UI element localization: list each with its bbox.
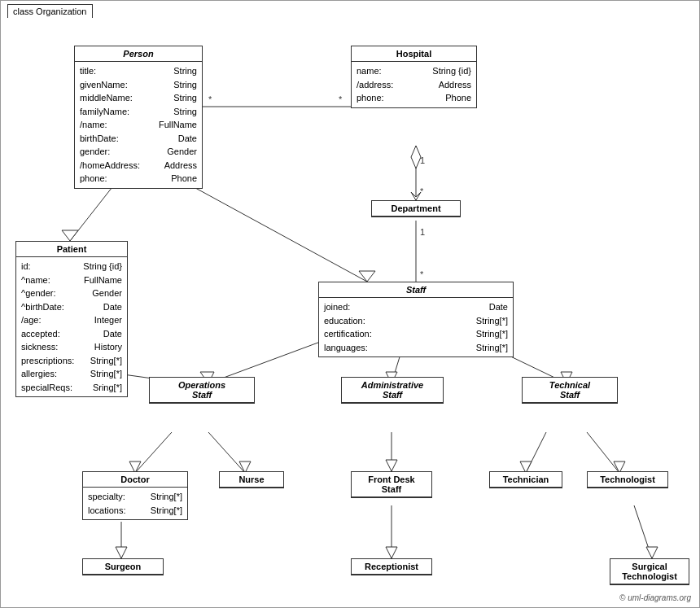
operations-staff-title: OperationsStaff	[150, 378, 254, 403]
operations-staff-class: OperationsStaff	[149, 377, 255, 404]
svg-text:*: *	[420, 269, 424, 279]
svg-marker-39	[646, 547, 658, 558]
department-title: Department	[372, 201, 460, 217]
svg-line-26	[208, 432, 245, 473]
administrative-staff-title: AdministrativeStaff	[342, 378, 443, 403]
technician-class: Technician	[489, 471, 562, 488]
svg-marker-35	[116, 547, 127, 558]
svg-text:1: 1	[420, 227, 425, 237]
staff-class: Staff joined:Date education:String[*] ce…	[318, 282, 514, 357]
staff-title: Staff	[319, 282, 513, 298]
technical-staff-class: TechnicalStaff	[522, 377, 618, 404]
svg-marker-29	[386, 460, 397, 471]
surgical-technologist-class: SurgicalTechnologist	[610, 558, 689, 585]
front-desk-staff-class: Front DeskStaff	[351, 471, 432, 498]
technologist-title: Technologist	[588, 472, 667, 488]
nurse-title: Nurse	[220, 472, 283, 488]
svg-line-24	[135, 432, 172, 473]
technologist-class: Technologist	[587, 471, 668, 488]
receptionist-title: Receptionist	[352, 559, 431, 575]
technical-staff-title: TechnicalStaff	[523, 378, 617, 403]
svg-marker-4	[411, 146, 421, 168]
doctor-title: Doctor	[83, 472, 187, 488]
technician-title: Technician	[490, 472, 562, 488]
svg-text:*: *	[339, 94, 343, 104]
staff-attrs: joined:Date education:String[*] certific…	[319, 298, 513, 356]
hospital-attrs: name:String {id} /address:Address phone:…	[352, 62, 476, 107]
doctor-attrs: specialty:String[*] locations:String[*]	[83, 488, 187, 519]
diagram-label: class Organization	[7, 4, 93, 18]
surgical-technologist-title: SurgicalTechnologist	[610, 559, 689, 584]
patient-title: Patient	[16, 242, 127, 257]
patient-attrs: id:String {id} ^name:FullName ^gender:Ge…	[16, 257, 127, 396]
person-class: Person title:String givenName:String mid…	[74, 46, 203, 189]
person-title: Person	[75, 46, 202, 62]
administrative-staff-class: AdministrativeStaff	[341, 377, 444, 404]
nurse-class: Nurse	[219, 471, 284, 488]
copyright: © uml-diagrams.org	[619, 593, 691, 602]
department-class: Department	[371, 200, 461, 217]
svg-line-30	[526, 432, 546, 473]
svg-marker-5	[411, 192, 421, 200]
hospital-title: Hospital	[352, 46, 476, 62]
svg-line-11	[70, 184, 115, 241]
svg-marker-12	[62, 230, 78, 241]
surgeon-title: Surgeon	[83, 559, 163, 575]
patient-class: Patient id:String {id} ^name:FullName ^g…	[15, 241, 128, 397]
diagram-container: class Organization * * 1 * 1 * * *	[0, 0, 700, 608]
person-attrs: title:String givenName:String middleName…	[75, 62, 202, 188]
svg-text:*: *	[420, 186, 424, 196]
svg-line-13	[188, 184, 367, 282]
svg-marker-14	[359, 271, 375, 282]
doctor-class: Doctor specialty:String[*] locations:Str…	[82, 471, 188, 520]
svg-text:1: 1	[420, 155, 425, 165]
svg-line-32	[587, 432, 619, 473]
surgeon-class: Surgeon	[82, 558, 164, 575]
receptionist-class: Receptionist	[351, 558, 432, 575]
svg-line-38	[634, 505, 652, 558]
hospital-class: Hospital name:String {id} /address:Addre…	[351, 46, 477, 108]
svg-text:*: *	[208, 94, 212, 104]
front-desk-staff-title: Front DeskStaff	[352, 472, 431, 497]
svg-marker-37	[386, 547, 397, 558]
